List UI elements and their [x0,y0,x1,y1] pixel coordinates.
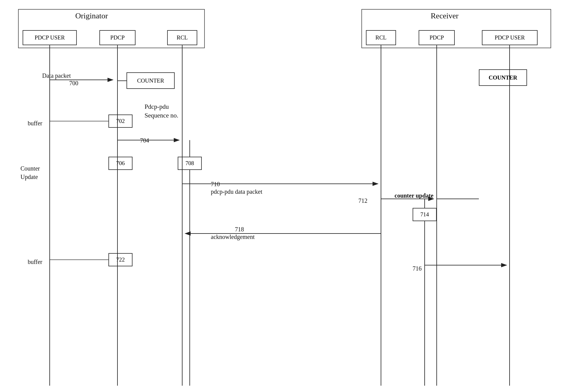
orig-rcl-box: RCL [167,30,197,45]
counter-label-line1: Counter [20,165,40,172]
recv-counter-box: COUNTER [479,69,527,86]
recv-rcl-box: RCL [366,30,396,45]
diagram-lines [0,0,568,392]
node-716-label: 716 [413,265,422,272]
counter-label-line2: Update [20,174,38,180]
orig-counter-box: COUNTER [126,72,175,89]
orig-pdcp-box: PDCP [99,30,136,45]
data-packet-label: Data packet [42,72,71,79]
pdcp-pdu-line1: Pdcp-pdu [145,103,169,110]
receiver-label: Receiver [431,11,458,20]
node-702: 702 [108,114,133,128]
counter-update-orig-label: Counter Update [20,164,40,181]
originator-label: Originator [75,11,108,20]
recv-pdcp-user-box: PDCP USER [482,30,538,45]
node-718-label: 718 [235,226,244,233]
node-714: 714 [413,208,437,221]
recv-pdcp-box: PDCP [419,30,455,45]
buffer2-label: buffer [28,259,42,265]
node-704-label: 704 [140,137,149,144]
diagram: Originator Receiver PDCP USER PDCP RCL C… [0,0,568,392]
node-700-label: 700 [69,80,78,87]
node-710-label: 710 [211,181,220,188]
node-706: 706 [108,157,133,170]
orig-pdcp-user-box: PDCP USER [23,30,77,45]
node-712-label: 712 [358,197,367,204]
pdcp-pdu-seq-label: Pdcp-pdu Sequence no. [145,102,178,120]
pdcp-pdu-data-label: pdcp-pdu data packet [211,188,262,195]
acknowledgement-label: acknowledgement [211,234,255,240]
counter-update-recv-label: counter update [395,192,433,199]
buffer1-label: buffer [28,120,42,127]
node-722: 722 [108,253,133,266]
pdcp-pdu-line2: Sequence no. [145,112,178,119]
node-708: 708 [178,157,202,170]
